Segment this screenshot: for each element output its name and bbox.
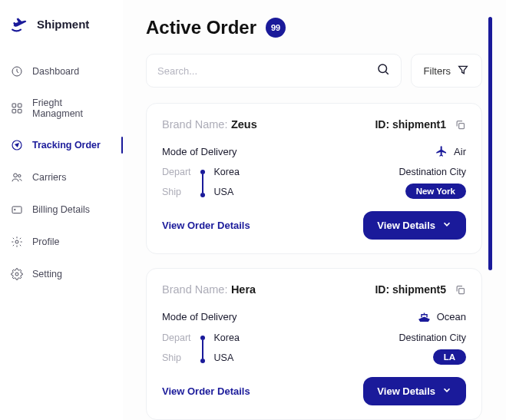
- users-icon: [11, 171, 23, 184]
- depart-value: Korea: [214, 332, 240, 343]
- svg-point-9: [15, 209, 15, 210]
- route-line: [202, 167, 203, 197]
- svg-rect-3: [12, 109, 16, 113]
- sidebar-item-billing[interactable]: Billing Details: [0, 193, 123, 226]
- page-header: Active Order 99: [146, 17, 482, 38]
- copy-icon[interactable]: [454, 118, 466, 131]
- depart-label: Depart: [162, 167, 191, 177]
- sidebar-item-label: Frieght Managment: [32, 98, 112, 119]
- view-order-details-link[interactable]: View Order Details: [162, 385, 250, 397]
- order-card: Brand Name: Hera ID: shipment5 Mode of D…: [146, 268, 482, 420]
- svg-point-12: [379, 64, 387, 73]
- view-details-button[interactable]: View Details: [363, 211, 466, 240]
- sidebar-item-label: Carriers: [32, 172, 66, 183]
- order-card: Brand Name: Zeus ID: shipment1 Mode of D…: [146, 103, 482, 254]
- order-count-badge: 99: [266, 18, 286, 38]
- sidebar-item-label: Profile: [32, 236, 59, 247]
- sidebar-item-tracking[interactable]: Tracking Order: [0, 129, 123, 161]
- view-details-label: View Details: [377, 220, 435, 231]
- order-list: Brand Name: Zeus ID: shipment1 Mode of D…: [146, 103, 482, 420]
- svg-point-11: [15, 273, 18, 276]
- mode-label: Mode of Delivery: [162, 311, 237, 322]
- sidebar: Shipment Dashboard Frieght Managment Tra…: [0, 0, 123, 420]
- route-line: [202, 332, 203, 363]
- compass-icon: [11, 139, 23, 151]
- view-details-label: View Details: [377, 385, 435, 397]
- copy-icon[interactable]: [454, 283, 466, 296]
- chevron-down-icon: [442, 385, 452, 398]
- view-order-details-link[interactable]: View Order Details: [162, 220, 250, 231]
- id-label: ID:: [375, 118, 389, 131]
- svg-rect-14: [458, 288, 464, 293]
- mode-label: Mode of Delivery: [162, 146, 237, 157]
- svg-rect-4: [18, 109, 21, 113]
- card-icon: [11, 203, 23, 216]
- dashboard-icon: [11, 65, 23, 78]
- svg-point-10: [15, 240, 18, 243]
- filter-icon: [457, 64, 469, 78]
- logo: Shipment: [0, 14, 123, 55]
- sidebar-item-label: Billing Details: [32, 204, 90, 215]
- mode-value: Air: [454, 146, 466, 157]
- svg-point-7: [18, 174, 21, 177]
- ship-icon: [418, 310, 431, 323]
- brand-label: Brand Name:: [162, 118, 227, 131]
- search-icon: [376, 62, 390, 79]
- destination-label: Destination City: [399, 332, 466, 343]
- search-box[interactable]: [146, 54, 402, 88]
- scrollbar[interactable]: [488, 17, 492, 270]
- id-value: shipment1: [392, 118, 446, 131]
- depart-label: Depart: [162, 332, 191, 343]
- brand-value: Hera: [231, 283, 256, 296]
- brand-label: Brand Name:: [162, 283, 227, 296]
- id-value: shipment5: [392, 283, 446, 296]
- svg-point-6: [14, 174, 18, 177]
- ship-value: USA: [214, 352, 240, 363]
- grid-icon: [11, 102, 23, 114]
- sidebar-item-label: Setting: [32, 269, 62, 279]
- ship-label: Ship: [162, 187, 191, 197]
- shipment-logo-icon: [11, 14, 31, 34]
- svg-rect-1: [12, 104, 16, 107]
- logo-text: Shipment: [37, 18, 89, 31]
- svg-rect-13: [458, 123, 464, 128]
- view-details-button[interactable]: View Details: [363, 377, 466, 405]
- sidebar-item-dashboard[interactable]: Dashboard: [0, 55, 123, 88]
- mode-value: Ocean: [437, 311, 466, 322]
- ship-label: Ship: [162, 352, 191, 363]
- search-input[interactable]: [157, 65, 376, 77]
- page-title: Active Order: [146, 17, 256, 38]
- depart-value: Korea: [214, 167, 240, 177]
- filters-label: Filters: [424, 65, 451, 77]
- svg-rect-8: [12, 207, 21, 213]
- destination-pill: LA: [433, 349, 466, 365]
- svg-rect-2: [18, 104, 21, 107]
- settings-icon: [11, 268, 23, 280]
- sidebar-item-carriers[interactable]: Carriers: [0, 161, 123, 193]
- plane-icon: [435, 145, 448, 157]
- sidebar-item-freight[interactable]: Frieght Managment: [0, 88, 123, 129]
- ship-value: USA: [214, 187, 240, 197]
- sidebar-item-setting[interactable]: Setting: [0, 258, 123, 290]
- brand-value: Zeus: [231, 118, 257, 131]
- destination-pill: New York: [405, 184, 466, 199]
- main: Active Order 99 Filters Brand Name: Zeus: [123, 0, 506, 420]
- sidebar-item-label: Dashboard: [32, 66, 79, 77]
- filters-button[interactable]: Filters: [411, 54, 482, 88]
- id-label: ID:: [375, 283, 389, 296]
- chevron-down-icon: [442, 219, 452, 232]
- sidebar-item-profile[interactable]: Profile: [0, 226, 123, 258]
- destination-label: Destination City: [399, 167, 466, 177]
- sidebar-item-label: Tracking Order: [32, 140, 101, 150]
- gear-icon: [11, 236, 23, 248]
